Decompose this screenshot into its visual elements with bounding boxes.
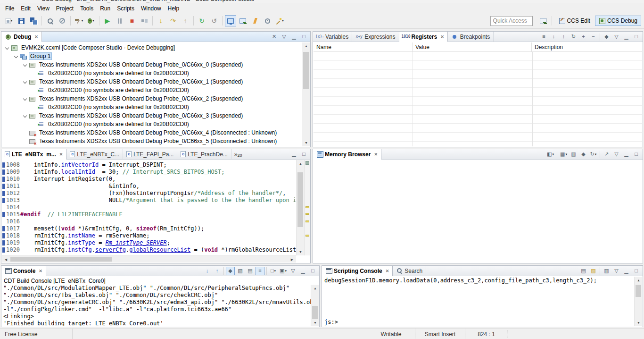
collapse-arrow-icon[interactable] <box>22 112 29 119</box>
scroll-lock-button[interactable]: ▤ <box>246 267 255 275</box>
collapse-arrow-icon[interactable] <box>22 78 29 85</box>
scrollbar-thumb[interactable] <box>636 285 641 297</box>
open-console-button[interactable]: ▣▾ <box>279 267 288 275</box>
memory-settings-button[interactable]: ◧▾ <box>546 150 555 159</box>
console-output[interactable]: "./Common/DL/src/ModulationMapper_LTE.ob… <box>2 285 311 326</box>
scrollbar-thumb[interactable] <box>10 257 112 262</box>
tab-memory-browser[interactable]: Memory Browser ✕ <box>313 149 381 160</box>
tab-variables[interactable]: (x)=Variables <box>313 32 352 42</box>
close-icon[interactable]: ✕ <box>34 34 38 39</box>
menu-help[interactable]: Help <box>165 4 183 13</box>
scroll-up-icon[interactable]: ▲ <box>302 42 310 50</box>
perspective-ccs-debug[interactable]: CCS Debug <box>595 16 641 26</box>
search-button[interactable] <box>44 15 56 26</box>
scroll-up-icon[interactable]: ▲ <box>635 277 643 284</box>
scroll-right-icon[interactable]: ▶ <box>288 256 296 263</box>
save-all-button[interactable] <box>28 15 39 26</box>
pin-memory-button[interactable]: ◆ <box>579 150 588 159</box>
debug-tree-row[interactable]: Texas Instruments XDS2xx USB Onboard Deb… <box>2 128 302 137</box>
debug-tree-row[interactable]: 0x20B02CD0 (no symbols are defined for 0… <box>2 120 302 128</box>
collapse-arrow-icon[interactable] <box>22 61 29 68</box>
close-icon[interactable]: ✕ <box>59 152 63 157</box>
open-perspective-button[interactable] <box>538 15 549 26</box>
minimize-button[interactable]: ▁ <box>289 150 298 159</box>
scripts-wand-button[interactable]: ▾ <box>274 15 285 26</box>
collapse-all-button[interactable]: − <box>589 33 598 41</box>
debug-tree-row[interactable]: Texas Instruments XDS2xx USB Onboard Deb… <box>2 137 302 145</box>
scroll-down-icon[interactable]: ▼ <box>635 319 643 326</box>
profile-clock-button[interactable] <box>262 15 273 26</box>
scripting-console-output[interactable]: debugSessionF1D.memory.loadData(0,addres… <box>322 277 634 326</box>
new-target-configuration-button[interactable] <box>237 15 248 26</box>
add-register-group-button[interactable]: + <box>579 33 588 41</box>
quick-access-input[interactable] <box>490 16 533 26</box>
column-name[interactable]: Name <box>314 42 413 51</box>
maximize-button[interactable]: □ <box>299 33 308 41</box>
debug-tree-row[interactable]: 0x20B02CD0 (no symbols are defined for 0… <box>2 86 302 94</box>
menu-window[interactable]: Window <box>138 4 165 13</box>
occurrence-mark[interactable] <box>305 220 309 222</box>
maximize-button[interactable]: □ <box>632 33 641 41</box>
maximize-button[interactable]: □ <box>632 150 641 159</box>
step-over-button[interactable]: ↷ <box>167 15 179 26</box>
step-into-button[interactable]: ↓ <box>155 15 166 26</box>
tab-lte-enbtx-m[interactable]: LTE_eNBTx_m...✕ <box>1 149 66 160</box>
refresh-button[interactable]: ↻ <box>569 33 578 41</box>
menu-project[interactable]: Project <box>53 4 77 13</box>
minimize-button[interactable]: ▁ <box>622 150 631 159</box>
scrollbar-thumb[interactable] <box>303 52 309 89</box>
tab-lte-prachde[interactable]: LTE_PrachDe... <box>177 149 231 159</box>
clear-console-button[interactable]: ▧ <box>236 267 245 275</box>
save-session-button[interactable]: ▥ <box>602 267 611 275</box>
menu-file[interactable]: File <box>2 4 17 13</box>
tab-scripting-console[interactable]: Scripting Console✕ <box>322 266 393 276</box>
collapse-arrow-icon[interactable] <box>22 95 29 102</box>
view-menu-button[interactable]: ▽ <box>612 33 621 41</box>
terminate-button[interactable]: ■ <box>126 15 138 26</box>
tab-debug[interactable]: Debug ✕ <box>1 32 42 42</box>
occurrence-mark[interactable] <box>305 206 309 208</box>
scroll-down-icon[interactable]: ▼ <box>297 248 305 255</box>
perspective-ccs-edit[interactable]: CCS Edit <box>555 16 594 26</box>
column-value[interactable]: Value <box>413 42 532 51</box>
tab-expressions[interactable]: x+yExpressions <box>352 32 399 42</box>
editor-tab-overflow[interactable]: » 20 <box>231 149 245 159</box>
view-menu-button[interactable]: ▽ <box>612 267 621 275</box>
registers-table[interactable] <box>314 52 642 146</box>
menu-scripts[interactable]: Scripts <box>114 4 138 13</box>
scrollbar-thumb[interactable] <box>297 172 303 227</box>
open-command-file-button[interactable]: ▨ <box>589 267 598 275</box>
tab-breakpoints[interactable]: Breakpoints <box>448 32 494 42</box>
load-memory-button[interactable]: ▦▾ <box>559 150 568 159</box>
view-menu-button[interactable]: ▽ <box>280 33 289 41</box>
menu-run[interactable]: Run <box>97 4 114 13</box>
console-scrollbar[interactable]: ▲ ▼ <box>311 285 319 326</box>
build-button[interactable]: ▾ <box>73 15 84 26</box>
overview-ruler[interactable] <box>304 160 310 255</box>
scroll-left-icon[interactable]: ◀ <box>2 256 10 263</box>
show-type-names-button[interactable]: ≡ <box>539 33 548 41</box>
debug-button[interactable]: ▾ <box>85 15 97 26</box>
occurrence-mark[interactable] <box>305 213 309 215</box>
pin-console-button[interactable]: ◆ <box>226 267 235 275</box>
show-next-console-button[interactable]: ↓ <box>203 267 212 275</box>
tab-lte-enbtx-c[interactable]: LTE_eNBTx_C... <box>66 149 123 159</box>
editor-vscrollbar[interactable]: ▲ ▼ <box>296 160 304 255</box>
scripting-prompt[interactable]: js:> <box>324 319 634 326</box>
pin-button[interactable]: ◆ <box>602 33 611 41</box>
close-icon[interactable]: ✕ <box>39 269 42 273</box>
debug-tree-row[interactable]: Texas Instruments XDS2xx USB Onboard Deb… <box>2 60 302 69</box>
scroll-up-icon[interactable]: ▲ <box>311 285 319 292</box>
collapse-arrow-icon[interactable] <box>4 44 11 51</box>
minimize-button[interactable]: ▁ <box>298 267 307 275</box>
view-menu-button[interactable]: ▽ <box>289 267 297 275</box>
editor-hscrollbar[interactable]: ◀ ▶ <box>2 255 296 263</box>
skip-all-breakpoints-button[interactable] <box>57 15 68 26</box>
debug-tree-row[interactable]: Texas Instruments XDS2xx USB Onboard Deb… <box>2 111 302 120</box>
maximize-button[interactable]: □ <box>299 150 308 159</box>
save-button[interactable] <box>16 15 27 26</box>
save-memory-button[interactable]: ▥ <box>569 150 578 159</box>
close-icon[interactable]: ✕ <box>386 269 389 273</box>
minimize-button[interactable]: ▁ <box>289 33 298 41</box>
export-session-button[interactable]: ▤ <box>579 267 588 275</box>
